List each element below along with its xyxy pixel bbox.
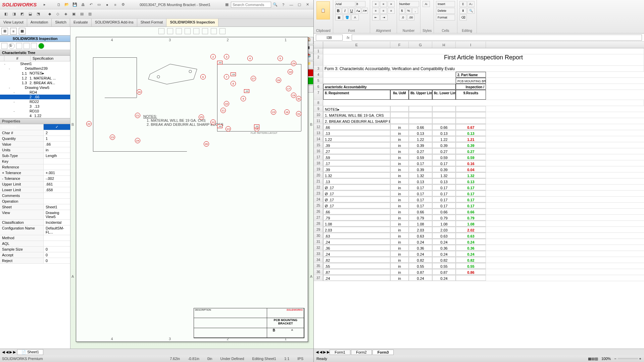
balloon[interactable]: 27 [251, 76, 256, 81]
grid-row[interactable]: 35.55in0.550.550.55 [314, 263, 644, 269]
align-mid[interactable]: ≡ [380, 1, 387, 7]
balloon[interactable]: 20 [137, 89, 142, 95]
sw-tab-sketch[interactable]: Sketch [52, 19, 70, 27]
property-row[interactable]: Operation [0, 199, 70, 204]
sheet-tab-form2[interactable]: Form2 [351, 350, 372, 355]
balloon[interactable]: 17 [286, 86, 291, 91]
dimension[interactable]: .xx [217, 61, 222, 64]
balloon[interactable]: 10 [224, 101, 229, 106]
qa-icon-9[interactable]: ▣ [70, 11, 77, 17]
sw-tab-solidworks-add-ins[interactable]: SOLIDWORKS Add-Ins [92, 19, 137, 27]
search-icon[interactable]: 🔍 [272, 1, 279, 8]
property-row[interactable]: Sub-TypeLength [0, 153, 70, 159]
balloon[interactable]: 9 [241, 96, 246, 101]
indent-dec[interactable]: ⇤ [372, 14, 380, 20]
grid-row[interactable]: 101. MATERIAL WILL BE 19 GA. CRS [314, 112, 644, 118]
property-row[interactable]: Unitsin [0, 147, 70, 153]
panel-mode-2[interactable]: ≡ [10, 28, 17, 35]
qa-icon-3[interactable]: ◩ [19, 11, 26, 17]
property-row[interactable]: Value.66 [0, 142, 70, 147]
zoom-in[interactable]: + [639, 357, 641, 361]
font-color-button[interactable]: A [351, 14, 359, 20]
property-row[interactable]: ViewDrawing View5 [0, 210, 70, 220]
grid-row[interactable]: 22Ø .17in0.170.170.17 [314, 185, 644, 191]
tree-row[interactable]: 1.1NOTES▸ [0, 71, 70, 76]
col-header-G[interactable]: G [409, 42, 432, 48]
currency-button[interactable]: $ [399, 8, 405, 14]
search-commands-input[interactable] [231, 2, 271, 8]
property-row[interactable]: Reference [0, 164, 70, 170]
grid-row[interactable]: 78. Requirement8a. UoM8b. Upper Limit8c.… [314, 90, 644, 100]
tree-row[interactable]: 41.22 [0, 113, 70, 118]
grid-row[interactable]: 24Ø .17in0.170.170.17 [314, 197, 644, 203]
print-icon[interactable]: 🖶 [80, 1, 86, 8]
property-row[interactable]: SheetSheet1 [0, 204, 70, 210]
undo-icon[interactable]: ↶ [88, 1, 94, 8]
autosum-button[interactable]: Σ [459, 1, 467, 7]
indent-inc[interactable]: ⇥ [380, 14, 388, 20]
panel-mode-3[interactable]: ▦ [19, 28, 26, 35]
paste-button[interactable]: 📋 [316, 1, 330, 19]
grid-row[interactable]: 13.13in0.130.130.13 [314, 130, 644, 136]
grid-row[interactable]: 12.66in0.660.660.67 [314, 124, 644, 130]
minimize-icon[interactable]: — [288, 1, 295, 8]
property-row[interactable]: Char #2 [0, 130, 70, 136]
col-header-E[interactable]: E [323, 42, 390, 48]
grid-row[interactable]: 36.87in0.870.870.86 [314, 269, 644, 275]
balloon[interactable]: 31 [296, 111, 301, 116]
property-row[interactable]: Method [0, 235, 70, 241]
tab-nav[interactable]: ◀ ◀ ▶ ▶ [316, 350, 330, 354]
insp-tool-4[interactable] [23, 43, 30, 49]
percent-button[interactable]: % [406, 8, 412, 14]
sheet-tab-form1[interactable]: Form1 [330, 350, 350, 355]
col-header-F[interactable]: F [390, 42, 409, 48]
dimension[interactable]: .xx [217, 124, 222, 128]
property-row[interactable]: + Tolerance+.001 [0, 170, 70, 176]
zoom-area-icon[interactable] [167, 28, 173, 34]
tree-row[interactable]: 1.21. MATERIAL ... [0, 76, 70, 81]
options-icon[interactable]: ≡ [112, 1, 118, 8]
name-box[interactable] [316, 35, 343, 41]
close-icon[interactable]: ✕ [304, 1, 311, 8]
help-icon[interactable]: ? [280, 1, 287, 8]
balloon[interactable]: 12 [210, 119, 216, 125]
sheet-tab-1[interactable]: 📄 Sheet1 [17, 349, 43, 355]
tree-row[interactable]: 1.32. BREAK AN... [0, 81, 70, 85]
balloon[interactable]: 18 [288, 69, 293, 74]
tree-row[interactable]: -RD4 [0, 90, 70, 95]
balloon[interactable]: 24 [135, 138, 140, 143]
panel-mode-1[interactable]: ⊞ [1, 28, 8, 35]
sw-tab-annotation[interactable]: Annotation [27, 19, 52, 27]
grid-row[interactable]: 33.24in0.240.240.24 [314, 251, 644, 257]
qa-icon-2[interactable]: ◨ [11, 11, 17, 17]
property-row[interactable]: Comments [0, 193, 70, 199]
grid-row[interactable]: 34.82in0.820.820.82 [314, 257, 644, 263]
align-right[interactable]: ≡ [388, 8, 395, 14]
grow-font-button[interactable]: A▴ [355, 8, 361, 14]
new-icon[interactable]: 🗋 [55, 1, 62, 8]
qa-icon-8[interactable]: ◈ [62, 11, 69, 17]
hide-show-icon[interactable] [202, 28, 208, 34]
qa-icon-10[interactable]: ▤ [79, 11, 85, 17]
grid-row[interactable]: 26.66in0.660.660.66 [314, 209, 644, 215]
grid-row[interactable]: 37.24in0.240.24 [314, 275, 644, 281]
property-row[interactable]: Accept0 [0, 252, 70, 258]
underline-button[interactable]: U [349, 8, 355, 14]
grid-row[interactable]: 292.03in2.032.032.02 [314, 227, 644, 233]
grid-row[interactable]: 30.63in0.630.630.63 [314, 233, 644, 239]
cell-styles[interactable]: Aᵢ [423, 1, 430, 7]
delete-button[interactable]: Delete [436, 8, 455, 14]
display-style-icon[interactable] [193, 28, 199, 34]
rebuild-icon[interactable]: ● [104, 1, 110, 8]
sw-tab-view-layout[interactable]: View Layout [0, 19, 27, 27]
grid-row[interactable]: 281.08in1.081.081.08 [314, 221, 644, 227]
property-row[interactable]: Sample Size0 [0, 247, 70, 252]
shrink-font-button[interactable]: A▾ [362, 8, 368, 14]
grid-row[interactable]: 6aracteristic AccountabilityInspection / [314, 84, 644, 90]
qa-icon-5[interactable]: ⬔ [35, 11, 42, 17]
play-icon[interactable]: ▸ [41, 1, 48, 8]
grid-row[interactable]: 23Ø .17in0.170.170.17 [314, 191, 644, 197]
balloon[interactable]: 4 [247, 56, 253, 61]
insp-tool-1[interactable] [1, 43, 7, 49]
grid-row[interactable]: 2First Article Inspection Report [314, 54, 644, 66]
